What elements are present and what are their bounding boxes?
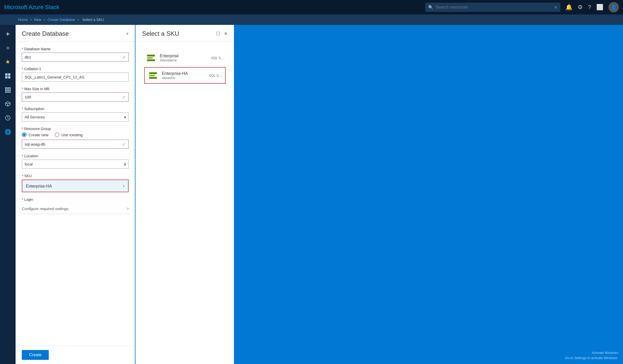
subscription-select[interactable]: All Services bbox=[22, 112, 129, 122]
subscription-label: * Subscription bbox=[22, 107, 129, 111]
sidebar-icon-clock[interactable] bbox=[1, 111, 14, 124]
sidebar-icon-dashboard[interactable] bbox=[1, 69, 14, 82]
search-input[interactable] bbox=[435, 5, 552, 10]
sku-panel-body-wrapper: Enterprise Standalone SQL S... bbox=[136, 42, 234, 364]
panel-footer: Create bbox=[16, 346, 135, 364]
sku-item-enterprise-ha[interactable]: Enterprise-HA AlwasOn SQL S... bbox=[144, 67, 226, 84]
sku-arrow-icon: › bbox=[123, 183, 124, 189]
svg-rect-3 bbox=[8, 76, 10, 78]
svg-rect-12 bbox=[9, 91, 11, 93]
sku-panel-minimize-icon[interactable]: ☐ bbox=[216, 31, 220, 37]
create-panel-title: Create Database bbox=[22, 30, 69, 37]
search-clear-icon[interactable]: ✕ bbox=[554, 5, 557, 10]
topbar-icons: 🔔 ⚙ ? ⬜ 👤 bbox=[565, 2, 619, 12]
sku-field[interactable]: Enterprise-HA › bbox=[22, 180, 129, 192]
help-icon[interactable]: ? bbox=[588, 4, 591, 11]
location-label: * Location bbox=[22, 154, 129, 158]
sku-group: * SKU Enterprise-HA › bbox=[22, 174, 129, 192]
sku-panel-title: Select a SKU bbox=[142, 30, 179, 37]
sidebar-icon-plus[interactable]: + bbox=[1, 27, 14, 40]
panel-body: * Database Name ✓ * Collation bbox=[16, 42, 135, 346]
collation-info-icon[interactable]: ℹ bbox=[39, 67, 41, 71]
sidebar-icon-menu[interactable]: ≡ bbox=[1, 41, 14, 54]
sku-value: Enterprise-HA bbox=[26, 184, 52, 189]
max-size-check-icon: ✓ bbox=[122, 94, 126, 100]
database-name-label: * Database Name bbox=[22, 47, 129, 51]
breadcrumb-new[interactable]: New bbox=[34, 18, 41, 22]
sidebar-icon-star[interactable]: ★ bbox=[1, 55, 14, 68]
svg-rect-8 bbox=[7, 89, 9, 91]
enterprise-type: SQL S... bbox=[211, 56, 224, 60]
breadcrumb-create-database[interactable]: Create Database bbox=[47, 18, 75, 22]
breadcrumb: Home > New > Create Database > Select a … bbox=[18, 18, 105, 22]
location-select[interactable]: local bbox=[22, 160, 129, 169]
svg-rect-1 bbox=[8, 73, 10, 76]
panel-header-icons: × bbox=[126, 31, 129, 37]
enterprise-subtitle: Standalone bbox=[160, 58, 207, 62]
enterprise-ha-name: Enterprise-HA bbox=[162, 71, 205, 76]
database-name-group: * Database Name ✓ bbox=[22, 47, 129, 62]
sku-panel-close-icon[interactable]: ✕ bbox=[224, 31, 228, 37]
avatar[interactable]: 👤 bbox=[608, 2, 619, 12]
max-size-group: * Max Size in MB ✓ bbox=[22, 87, 129, 102]
watermark-line2: Go to Settings to activate Windows. bbox=[565, 355, 618, 361]
create-new-radio-circle bbox=[22, 132, 26, 137]
subscription-group: * Subscription All Services ▾ bbox=[22, 107, 129, 122]
enterprise-ha-subtitle: AlwasOn bbox=[162, 76, 205, 80]
sku-panel-header: Select a SKU ☐ ✕ bbox=[136, 25, 234, 42]
svg-rect-2 bbox=[5, 76, 8, 78]
create-panel-header: Create Database × bbox=[16, 25, 135, 42]
svg-line-15 bbox=[5, 103, 8, 104]
collation-group: * Collation ℹ bbox=[22, 67, 129, 82]
login-group: * Login Configure required settings › bbox=[22, 197, 129, 214]
sidebar-icon-globe[interactable]: 🌐 bbox=[1, 125, 14, 138]
breadcrumb-bar: Home > New > Create Database > Select a … bbox=[0, 15, 623, 25]
sku-list: Enterprise Standalone SQL S... bbox=[142, 47, 228, 87]
select-sku-panel: Select a SKU ☐ ✕ bbox=[135, 25, 234, 364]
resource-group-input[interactable] bbox=[22, 140, 129, 149]
max-size-input-wrapper: ✓ bbox=[22, 92, 129, 102]
watermark-line1: Activate Windows bbox=[565, 350, 618, 355]
login-value: Configure required settings bbox=[22, 206, 68, 211]
resource-group-label: * Resource Group bbox=[22, 127, 129, 131]
svg-rect-5 bbox=[7, 87, 9, 89]
collation-label: * Collation ℹ bbox=[22, 67, 129, 71]
resource-group-check-icon: ✓ bbox=[122, 141, 126, 147]
database-name-input[interactable] bbox=[22, 53, 129, 62]
sidebar-icon-grid[interactable] bbox=[1, 83, 14, 96]
collation-input[interactable] bbox=[22, 73, 129, 82]
svg-rect-6 bbox=[9, 87, 11, 89]
use-existing-radio-circle bbox=[55, 132, 59, 137]
create-database-panel: Create Database × * Database Name bbox=[16, 25, 135, 364]
create-new-radio[interactable]: Create new bbox=[22, 132, 49, 137]
topbar: Microsoft Azure Stack 🔍 ✕ 🔔 ⚙ ? ⬜ 👤 bbox=[0, 0, 623, 15]
login-label: * Login bbox=[22, 197, 129, 202]
breadcrumb-current: Select a SKU bbox=[82, 18, 104, 22]
watermark: Activate Windows Go to Settings to activ… bbox=[565, 350, 618, 360]
notification-icon[interactable]: 🔔 bbox=[565, 4, 572, 11]
resource-group-radio-group: Create new Use existing bbox=[22, 132, 129, 137]
create-button[interactable]: Create bbox=[22, 350, 49, 360]
sidebar-icon-box[interactable] bbox=[1, 97, 14, 110]
sku-item-enterprise[interactable]: Enterprise Standalone SQL S... bbox=[142, 49, 228, 66]
login-field[interactable]: Configure required settings › bbox=[22, 203, 129, 214]
svg-rect-7 bbox=[5, 89, 7, 91]
sku-panel-header-icons: ☐ ✕ bbox=[216, 31, 228, 37]
breadcrumb-home[interactable]: Home bbox=[18, 18, 28, 22]
svg-rect-10 bbox=[5, 91, 7, 93]
search-box[interactable]: 🔍 ✕ bbox=[425, 3, 560, 12]
resource-group-group: * Resource Group Create new Use existing bbox=[22, 127, 129, 149]
svg-rect-11 bbox=[7, 91, 9, 93]
sidebar: + ≡ ★ bbox=[0, 25, 16, 364]
max-size-input[interactable] bbox=[22, 92, 129, 102]
gear-icon[interactable]: ⚙ bbox=[578, 4, 583, 11]
login-field-content: Configure required settings bbox=[22, 206, 68, 211]
enterprise-ha-info: Enterprise-HA AlwasOn bbox=[162, 71, 205, 80]
enterprise-info: Enterprise Standalone bbox=[160, 54, 207, 62]
sku-label: * SKU bbox=[22, 174, 129, 178]
use-existing-radio-label: Use existing bbox=[61, 133, 83, 137]
use-existing-radio[interactable]: Use existing bbox=[55, 132, 83, 137]
close-icon[interactable]: × bbox=[126, 31, 129, 37]
feedback-icon[interactable]: ⬜ bbox=[596, 4, 603, 11]
enterprise-db-icon bbox=[146, 53, 156, 62]
